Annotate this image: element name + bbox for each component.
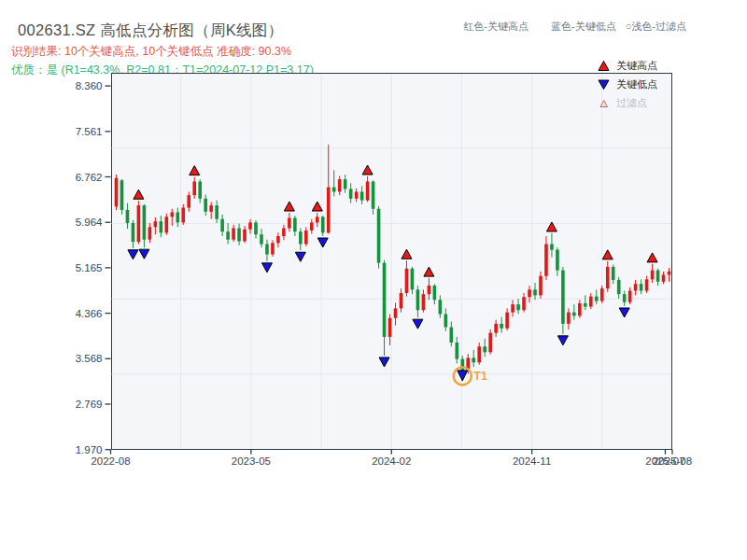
y-tick-label: 1.970: [76, 444, 103, 455]
key-low-marker: [317, 238, 328, 247]
key-high-marker: [602, 250, 613, 259]
key-low-marker: [139, 249, 149, 259]
legend-label-filtered: 过滤点: [616, 96, 647, 110]
key-high-marker: [134, 189, 144, 199]
key-high-marker: [190, 166, 200, 175]
chart-legend: 关键高点 关键低点 过滤点: [598, 56, 657, 112]
y-tick-label: 5.964: [76, 217, 103, 228]
key-low-marker: [261, 263, 272, 273]
key-low-marker: [379, 357, 389, 367]
y-tick-label: 8.360: [76, 80, 103, 91]
y-tick-label: 7.561: [76, 126, 103, 137]
x-tick-label: 2023-05: [232, 455, 271, 467]
legend-item-key-high[interactable]: 关键高点: [598, 56, 657, 75]
key-high-marker: [424, 267, 434, 276]
key-low-marker: [128, 250, 138, 259]
key-high-triangle-icon: [598, 60, 610, 72]
kline-analysis-page: 002631.SZ 高低点分析图（周K线图） 红色-关键高点 蓝色-关键低点 ○…: [0, 0, 747, 560]
y-tick-label: 5.165: [76, 262, 103, 273]
t1-key-low-marker: [458, 371, 468, 381]
legend-item-key-low[interactable]: 关键低点: [598, 75, 657, 93]
gridlines: [112, 74, 672, 449]
key-low-marker: [413, 319, 423, 329]
x-tick-label: 2024-11: [513, 455, 551, 467]
y-tick-label: 2.769: [76, 399, 103, 410]
filtered-triangle-icon: [598, 97, 610, 109]
legend-item-filtered[interactable]: 过滤点: [598, 93, 657, 112]
key-high-marker: [284, 202, 294, 211]
key-high-marker: [647, 253, 657, 262]
y-tick-label: 6.762: [76, 172, 103, 183]
legend-label-key-high: 关键高点: [616, 59, 657, 73]
y-tick-label: 4.366: [76, 308, 103, 319]
x-tick-label: 2024-02: [372, 455, 411, 467]
x-tick-label: 2022-08: [91, 455, 130, 467]
key-low-marker: [619, 308, 629, 317]
key-point-markers: T1: [128, 165, 657, 385]
key-high-marker: [362, 165, 373, 175]
t1-label: T1: [473, 370, 487, 383]
candles: [115, 145, 671, 382]
key-low-marker: [295, 252, 305, 261]
key-high-marker: [402, 249, 412, 259]
x-tick-label: 2025-08: [653, 455, 692, 467]
legend-label-key-low: 关键低点: [616, 77, 657, 91]
key-low-triangle-icon: [598, 78, 610, 91]
y-tick-label: 3.568: [76, 353, 103, 364]
key-low-marker: [557, 336, 568, 345]
